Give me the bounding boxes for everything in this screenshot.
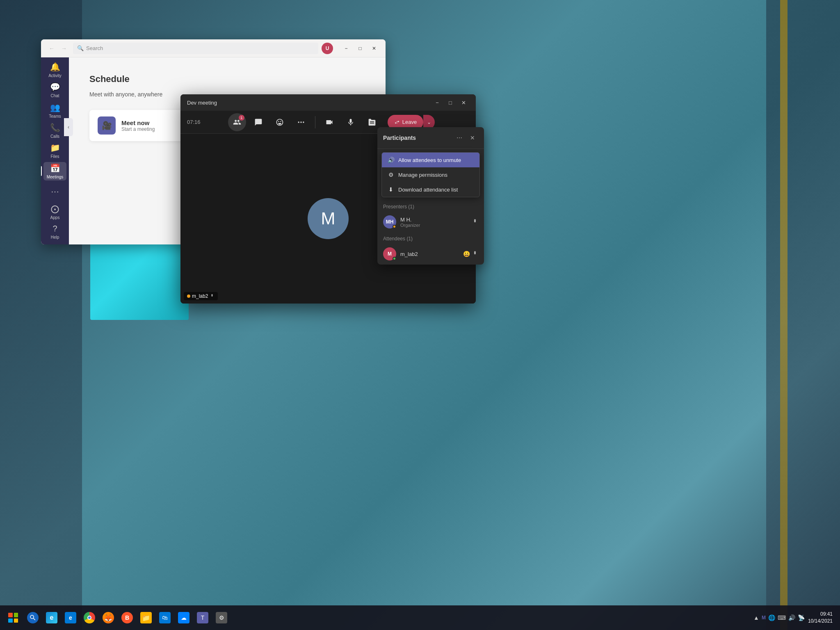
participants-panel: Participants ⋯ ✕ 🔊 Allow attendees to un… bbox=[377, 127, 484, 265]
svg-point-2 bbox=[303, 121, 304, 123]
wifi-icon[interactable]: 📡 bbox=[798, 614, 805, 621]
taskbar-teams[interactable]: T bbox=[194, 609, 212, 627]
desktop: ← → 🔍 Search U − □ ✕ 🔔 Activity bbox=[0, 0, 840, 630]
meeting-close-button[interactable]: ✕ bbox=[458, 97, 469, 108]
attendees-section: Attendees (1) M m_lab2 😀 bbox=[377, 233, 484, 265]
meetings-icon: 📅 bbox=[50, 163, 60, 173]
svg-point-1 bbox=[300, 121, 301, 123]
more-actions-button[interactable] bbox=[292, 113, 310, 131]
teams-icon: 👥 bbox=[50, 103, 60, 112]
attendee-info: M m_lab2 bbox=[383, 247, 418, 260]
sidebar-fold-button[interactable]: ‹ bbox=[64, 118, 73, 136]
meeting-title: Dev meeting bbox=[187, 100, 217, 106]
reactions-button[interactable] bbox=[271, 113, 289, 131]
help-icon: ? bbox=[52, 224, 57, 233]
participant-name-tag: m_lab2 bbox=[192, 293, 208, 299]
sidebar-item-calls[interactable]: 📞 Calls bbox=[43, 121, 66, 140]
system-clock[interactable]: 09:41 10/14/2021 bbox=[808, 611, 833, 625]
manage-permissions-item[interactable]: ⚙ Manage permissions bbox=[382, 167, 479, 182]
toolbar-divider bbox=[315, 116, 315, 128]
presenter-status-dot bbox=[393, 225, 396, 228]
taskbar-edge[interactable]: e bbox=[43, 609, 61, 627]
presenter-name-role: M H. Organizer bbox=[400, 217, 420, 228]
sidebar-item-teams[interactable]: 👥 Teams bbox=[43, 101, 66, 120]
taskbar-search[interactable] bbox=[24, 609, 42, 627]
tray-chevron[interactable]: ▲ bbox=[753, 614, 759, 621]
presenter-role: Organizer bbox=[400, 223, 420, 228]
download-icon: ⬇ bbox=[388, 186, 394, 193]
meeting-titlebar: Dev meeting − □ ✕ bbox=[180, 94, 476, 111]
apps-icon: ⨀ bbox=[51, 204, 59, 214]
taskbar-azure[interactable]: ☁ bbox=[175, 609, 193, 627]
participants-button[interactable]: 1 bbox=[228, 113, 246, 131]
sidebar-item-apps[interactable]: ⨀ Apps bbox=[43, 202, 66, 221]
attendee-name: m_lab2 bbox=[400, 251, 418, 257]
participant-tag: m_lab2 bbox=[184, 292, 218, 300]
sidebar-item-chat[interactable]: 💬 Chat bbox=[43, 81, 66, 99]
manage-permissions-icon: ⚙ bbox=[388, 171, 394, 178]
meeting-main-avatar: M bbox=[308, 198, 349, 239]
start-button[interactable] bbox=[4, 609, 22, 627]
taskbar-ie[interactable]: e bbox=[62, 609, 80, 627]
close-button[interactable]: ✕ bbox=[368, 42, 381, 55]
participants-header-actions: ⋯ ✕ bbox=[454, 132, 478, 144]
sidebar-item-files[interactable]: 📁 Files bbox=[43, 142, 66, 160]
meeting-timer: 07:16 bbox=[187, 119, 201, 125]
chat-button[interactable] bbox=[249, 113, 267, 131]
meet-now-icon: 🎥 bbox=[98, 116, 116, 135]
meeting-maximize-button[interactable]: □ bbox=[445, 97, 456, 108]
mic-button[interactable] bbox=[342, 113, 360, 131]
taskbar-firefox[interactable]: 🦊 bbox=[99, 609, 117, 627]
participants-close-button[interactable]: ✕ bbox=[467, 132, 478, 144]
attendee-mic-icon bbox=[472, 251, 478, 257]
download-attendance-label: Download attendance list bbox=[398, 187, 458, 193]
presenters-label: Presenters (1) bbox=[383, 204, 478, 210]
sidebar-item-meetings[interactable]: 📅 Meetings bbox=[43, 162, 66, 180]
teams-tray-icon[interactable]: M bbox=[762, 615, 766, 621]
allow-unmute-label: Allow attendees to unmute bbox=[398, 157, 461, 163]
taskbar-right: ▲ M 🌐 ⌨ 🔊 📡 09:41 10/14/2021 bbox=[753, 611, 836, 625]
taskbar-chrome[interactable] bbox=[80, 609, 98, 627]
taskbar-brave[interactable]: B bbox=[118, 609, 136, 627]
taskbar-explorer[interactable]: 📁 bbox=[137, 609, 155, 627]
network-icon[interactable]: 🌐 bbox=[768, 614, 775, 621]
camera-button[interactable] bbox=[320, 113, 338, 131]
taskbar-store[interactable]: 🛍 bbox=[156, 609, 174, 627]
meet-now-text: Meet now Start a meeting bbox=[121, 119, 155, 132]
sidebar-item-activity[interactable]: 🔔 Activity bbox=[43, 61, 66, 79]
meeting-bottom-bar: m_lab2 bbox=[184, 292, 218, 300]
participants-more-button[interactable]: ⋯ bbox=[454, 132, 465, 144]
back-button[interactable]: ← bbox=[46, 43, 57, 54]
maximize-button[interactable]: □ bbox=[354, 42, 367, 55]
user-avatar[interactable]: U bbox=[322, 43, 333, 54]
activity-icon: 🔔 bbox=[50, 62, 60, 72]
system-tray-icons: ▲ M 🌐 ⌨ 🔊 📡 bbox=[753, 614, 805, 621]
volume-icon[interactable]: 🔊 bbox=[788, 614, 795, 621]
meeting-minimize-button[interactable]: − bbox=[431, 97, 443, 108]
presenter-info: MH M H. Organizer bbox=[383, 215, 420, 228]
search-bar[interactable]: 🔍 Search bbox=[73, 43, 318, 54]
download-attendance-item[interactable]: ⬇ Download attendance list bbox=[382, 182, 479, 197]
keyboard-icon[interactable]: ⌨ bbox=[778, 614, 786, 621]
allow-unmute-item[interactable]: 🔊 Allow attendees to unmute bbox=[382, 153, 479, 167]
taskbar: e e 🦊 B bbox=[0, 605, 840, 630]
participants-badge: 1 bbox=[239, 115, 244, 121]
forward-button[interactable]: → bbox=[58, 43, 70, 54]
manage-permissions-label: Manage permissions bbox=[398, 172, 447, 178]
attendee-name-role: m_lab2 bbox=[400, 251, 418, 257]
allow-unmute-icon: 🔊 bbox=[388, 157, 394, 163]
attendee-avatar: M bbox=[383, 247, 396, 260]
presenter-mh: MH M H. Organizer bbox=[383, 213, 478, 231]
meet-now-subtitle: Start a meeting bbox=[121, 126, 155, 132]
sidebar-item-help[interactable]: ? Help bbox=[43, 223, 66, 241]
teams-titlebar: ← → 🔍 Search U − □ ✕ bbox=[41, 39, 386, 57]
svg-point-0 bbox=[298, 121, 299, 123]
taskbar-settings[interactable]: ⚙ bbox=[212, 609, 231, 627]
page-title: Schedule bbox=[89, 74, 365, 84]
nav-arrows: ← → bbox=[46, 43, 70, 54]
participants-header: Participants ⋯ ✕ bbox=[377, 127, 484, 149]
dark-right-panel bbox=[766, 0, 840, 630]
sidebar-item-more[interactable]: ⋯ bbox=[43, 182, 66, 201]
minimize-button[interactable]: − bbox=[340, 42, 353, 55]
participants-title: Participants bbox=[383, 135, 416, 141]
